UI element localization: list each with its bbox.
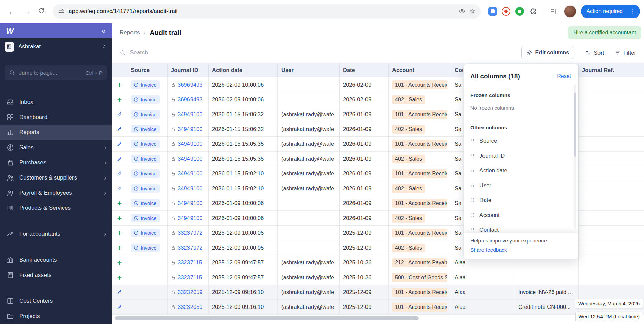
journal-id-link[interactable]: 34949100 [178, 170, 202, 177]
add-icon[interactable]: + [117, 199, 122, 207]
reset-link[interactable]: Reset [557, 73, 571, 79]
popover-column-action-date[interactable]: Action date [464, 163, 578, 178]
journal-id-link[interactable]: 36969493 [178, 96, 202, 103]
sidebar-item-fixed-assets[interactable]: Fixed assets [0, 267, 112, 283]
journal-id-link[interactable]: 36969493 [178, 82, 202, 88]
back-button[interactable]: ← [5, 5, 18, 18]
journal-id-link[interactable]: 34949100 [178, 185, 202, 192]
table-row[interactable]: 332320592025-12-09 09:16:10(ashrakat.rad… [112, 300, 644, 315]
sort-button[interactable]: Sort [585, 50, 604, 56]
journal-id-link[interactable]: 33237115 [178, 274, 202, 281]
drag-handle-icon[interactable] [470, 138, 475, 144]
edit-pencil-icon[interactable] [117, 171, 122, 176]
kebab-menu-icon[interactable]: ⋮ [626, 8, 638, 15]
journal-id-link[interactable]: 33237115 [178, 259, 202, 266]
site-settings-icon[interactable] [58, 8, 65, 15]
add-icon[interactable]: + [117, 244, 122, 252]
hire-accountant-button[interactable]: Hire a certified accountant [568, 26, 641, 39]
drag-handle-icon[interactable] [470, 153, 475, 159]
column-header-journal-id[interactable]: Journal ID [168, 63, 209, 77]
column-header-user[interactable]: User [278, 63, 340, 77]
sidebar-item-products-services[interactable]: Products & Services [0, 200, 112, 216]
add-icon[interactable]: + [117, 81, 122, 89]
sidebar-item-projects[interactable]: Projects [0, 309, 112, 324]
column-header-journal-ref[interactable]: Journal Ref. [579, 63, 644, 77]
drag-handle-icon[interactable] [470, 227, 475, 233]
breadcrumb-parent[interactable]: Reports [120, 29, 140, 36]
journal-id-link[interactable]: 34949100 [178, 156, 202, 162]
company-selector[interactable]: Ashrakat [0, 38, 112, 55]
journal-id-link[interactable]: 34949100 [178, 200, 202, 206]
recurring-icon [134, 97, 139, 102]
add-icon[interactable]: + [117, 214, 122, 222]
preview-eye-icon[interactable] [459, 8, 465, 15]
sidebar-item-reports[interactable]: Reports [0, 125, 112, 140]
table-row[interactable]: 332320592025-12-09 09:16:10(ashrakat.rad… [112, 285, 644, 300]
sidebar-item-payroll-employees[interactable]: Payroll & Employees› [0, 185, 112, 200]
journal-id-link[interactable]: 34949100 [178, 126, 202, 132]
sidebar-item-customers-suppliers[interactable]: Customers & suppliers› [0, 170, 112, 185]
forward-button[interactable]: → [20, 5, 33, 18]
drag-handle-icon[interactable] [470, 212, 475, 218]
sidebar-item-purchases[interactable]: Purchases› [0, 155, 112, 170]
edit-pencil-icon[interactable] [117, 111, 122, 117]
journal-id-link[interactable]: 33237972 [178, 230, 202, 236]
edit-pencil-icon[interactable] [117, 186, 122, 191]
column-header-account[interactable]: Account [389, 63, 451, 77]
add-icon[interactable]: + [117, 273, 122, 282]
action-required-button[interactable]: Action required ⋮ [581, 5, 640, 18]
popover-column-user[interactable]: User [464, 178, 578, 193]
add-icon[interactable]: + [117, 229, 122, 237]
journal-id-link[interactable]: 34949100 [178, 111, 202, 118]
search-input[interactable] [130, 49, 271, 56]
extensions-puzzle-icon[interactable] [528, 6, 538, 17]
edit-pencil-icon[interactable] [117, 126, 122, 132]
drag-handle-icon[interactable] [470, 197, 475, 203]
cell-user: (ashrakat.rady@wafe [278, 270, 340, 285]
bookmark-star-icon[interactable]: ☆ [469, 7, 476, 15]
journal-id-link[interactable]: 33232059 [178, 289, 202, 295]
reload-button[interactable] [35, 5, 48, 18]
reading-list-icon[interactable] [547, 8, 559, 15]
cell-account: 402 - Sales [389, 181, 451, 196]
edit-columns-button[interactable]: Edit columns [521, 46, 574, 59]
popover-column-account[interactable]: Account [464, 207, 578, 222]
sidebar-item-for-accountants[interactable]: For accountants› [0, 226, 112, 241]
sidebar-item-bank-accounts[interactable]: Bank accounts [0, 252, 112, 267]
sidebar-item-sales[interactable]: Sales› [0, 140, 112, 155]
horizontal-scrollbar[interactable] [115, 316, 419, 320]
sidebar-item-cost-centers[interactable]: Cost Centers [0, 293, 112, 309]
popover-scrollbar-thumb[interactable] [574, 93, 576, 157]
popover-column-source[interactable]: Source [464, 133, 578, 148]
add-icon[interactable]: + [117, 96, 122, 104]
popover-column-journal-id[interactable]: Journal ID [464, 148, 578, 163]
edit-pencil-icon[interactable] [117, 156, 122, 162]
sidebar-collapse-button[interactable]: « [101, 27, 106, 35]
edit-pencil-icon[interactable] [117, 304, 122, 310]
profile-avatar[interactable] [564, 5, 576, 18]
journal-id-link[interactable]: 34949100 [178, 215, 202, 221]
column-header-date[interactable]: Date [340, 63, 389, 77]
popover-column-date[interactable]: Date [464, 193, 578, 207]
extension-round-icon[interactable] [502, 7, 510, 16]
drag-handle-icon[interactable] [470, 167, 475, 173]
filter-button[interactable]: Filter [615, 50, 636, 56]
extension-blue-icon[interactable] [488, 7, 497, 16]
edit-pencil-icon[interactable] [117, 289, 122, 295]
table-row[interactable]: +332371152025-12-09 09:47:57(ashrakat.ra… [112, 270, 644, 285]
extension-green-icon[interactable] [515, 7, 524, 16]
journal-id-link[interactable]: 34949100 [178, 141, 202, 147]
sidebar-item-inbox[interactable]: Inbox [0, 94, 112, 109]
journal-id-link[interactable]: 33232059 [178, 304, 202, 310]
sidebar-item-dashboard[interactable]: Dashboard [0, 109, 112, 125]
search-box [120, 49, 521, 56]
edit-pencil-icon[interactable] [117, 141, 122, 147]
column-header-source[interactable]: Source [127, 63, 168, 77]
jump-to-page[interactable]: Jump to page... Ctrl + P [5, 65, 107, 80]
column-header-action-date[interactable]: Action date [209, 63, 278, 77]
add-icon[interactable]: + [117, 259, 122, 267]
address-bar[interactable]: app.wafeq.com/c/141771/reports/audit-tra… [53, 4, 481, 19]
journal-id-link[interactable]: 33237972 [178, 245, 202, 251]
share-feedback-link[interactable]: Share feedback [470, 247, 571, 253]
drag-handle-icon[interactable] [470, 182, 475, 188]
